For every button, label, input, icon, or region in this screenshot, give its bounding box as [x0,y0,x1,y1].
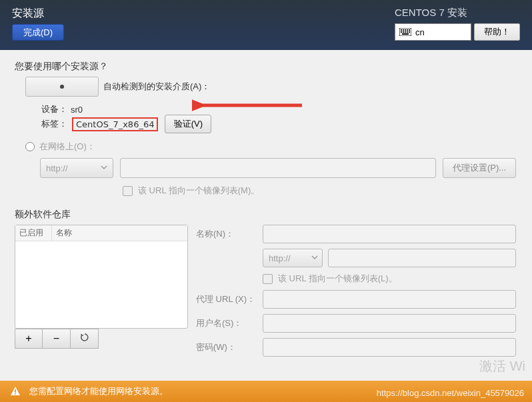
repo-col-name: 名称 [52,227,72,239]
svg-rect-3 [405,29,406,31]
radio-network[interactable] [25,142,35,151]
label-value: CentOS_7_x86_64 [72,117,158,131]
protocol-select[interactable]: http:// [40,158,113,178]
device-value: sr0 [71,105,83,115]
page-title: 安装源 [12,7,44,21]
warning-icon [9,385,21,397]
mirror-list-checkbox[interactable] [123,186,133,196]
keyboard-layout-selector[interactable]: cn [395,23,471,41]
repo-proxy-input[interactable] [263,290,516,309]
svg-rect-5 [409,29,410,31]
svg-rect-4 [407,29,408,31]
repo-mirror-label: 该 URL 指向一个镜像列表(L)。 [278,273,397,285]
svg-rect-14 [15,389,16,393]
reload-icon [80,333,89,342]
radio-network-label: 在网络上(O)： [39,141,95,153]
svg-rect-1 [401,29,402,31]
repo-remove-button[interactable]: − [43,329,71,349]
radio-auto-media[interactable] [25,77,99,97]
repo-name-input[interactable] [263,225,516,243]
repo-url-input[interactable] [328,249,516,267]
mirror-list-label: 该 URL 指向一个镜像列表(M)。 [138,185,259,197]
repo-list[interactable]: 已启用 名称 [15,225,188,329]
svg-rect-8 [405,31,406,33]
svg-rect-10 [409,31,410,33]
repo-protocol-value: http:// [269,253,291,263]
installer-subtitle: CENTOS 7 安装 [395,7,520,19]
repo-name-label: 名称(N)： [196,228,263,240]
svg-rect-7 [403,31,404,33]
svg-rect-6 [401,31,402,33]
proxy-settings-button[interactable]: 代理设置(P)... [443,158,516,178]
extra-repos-title: 额外软件仓库 [15,209,516,221]
chevron-down-icon [101,164,107,171]
repo-proxy-label: 代理 URL (X)： [196,293,263,305]
repo-pass-input[interactable] [263,338,516,357]
verify-button[interactable]: 验证(V) [165,115,211,133]
url-input[interactable] [120,158,436,178]
device-key: 设备： [41,103,71,115]
repo-mirror-checkbox[interactable] [263,274,273,284]
repo-user-label: 用户名(S)： [196,317,263,329]
radio-auto-media-label: 自动检测到的安装介质(A)： [103,81,210,93]
svg-rect-15 [15,393,16,395]
chevron-down-icon [311,254,318,261]
repo-add-button[interactable]: + [15,329,43,349]
source-question: 您要使用哪个安装源？ [15,61,516,73]
help-button[interactable]: 帮助！ [474,23,520,41]
repo-col-enabled: 已启用 [15,225,52,241]
done-button[interactable]: 完成(D) [12,24,64,41]
footer-warning-text: 您需配置网络才能使用网络安装源。 [29,385,168,397]
repo-user-input[interactable] [263,314,516,333]
footer-url: https://blog.csdn.net/weixin_45579026 [377,388,524,398]
keyboard-icon [399,28,411,36]
repo-reload-button[interactable] [71,329,99,349]
svg-rect-9 [407,31,408,33]
repo-protocol-select[interactable]: http:// [263,249,323,267]
repo-pass-label: 密码(W)： [196,341,263,353]
keyboard-layout-label: cn [415,27,425,37]
svg-rect-11 [402,33,409,35]
protocol-value: http:// [46,163,68,173]
label-key: 标签： [41,118,71,130]
svg-rect-2 [403,29,404,31]
